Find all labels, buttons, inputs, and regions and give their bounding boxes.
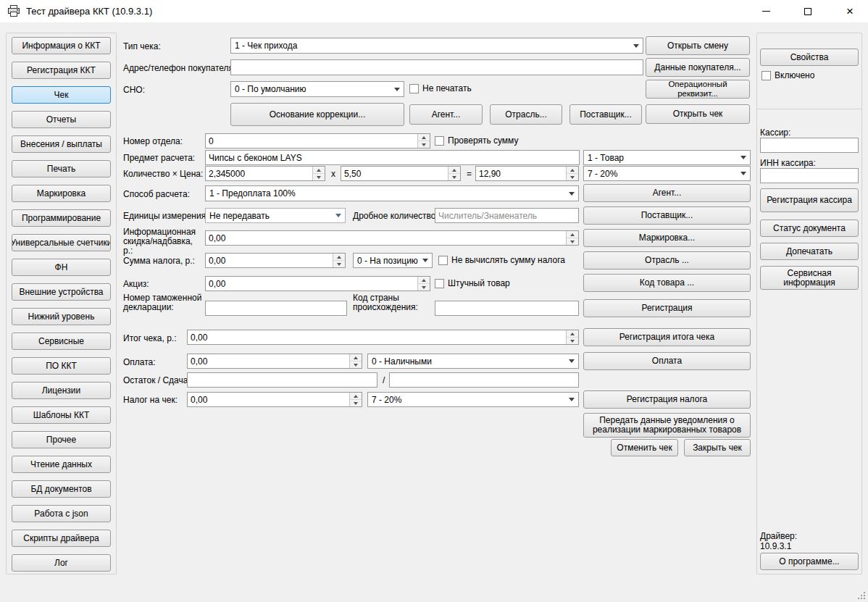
industry-top-button[interactable]: Отрасль... bbox=[490, 104, 562, 125]
no-tax-calc-checkbox[interactable]: Не вычислять сумму налога bbox=[438, 255, 565, 265]
up-down-arrows-icon[interactable] bbox=[566, 167, 578, 180]
price-spinner[interactable] bbox=[341, 166, 461, 181]
sno-select[interactable]: 0 - По умолчанию bbox=[230, 81, 404, 97]
sidebar-item-json[interactable]: Работа с json bbox=[12, 505, 111, 522]
resize-grip-icon[interactable] bbox=[856, 590, 866, 600]
fraction-input[interactable] bbox=[435, 208, 579, 223]
sidebar-item-receipt[interactable]: Чек bbox=[12, 86, 111, 104]
sidebar-item-kkt-info[interactable]: Информация о ККТ bbox=[12, 37, 111, 54]
subject-type-select[interactable]: 1 - Товар bbox=[583, 150, 751, 165]
quantity-spinner[interactable] bbox=[205, 166, 325, 181]
checkbox-box[interactable] bbox=[435, 279, 444, 288]
change-input[interactable] bbox=[389, 372, 579, 388]
industry-button[interactable]: Отрасль ... bbox=[583, 251, 751, 269]
minimize-button[interactable] bbox=[748, 0, 784, 22]
correction-basis-button[interactable]: Основание коррекции... bbox=[230, 103, 404, 126]
close-receipt-button[interactable]: Закрыть чек bbox=[684, 439, 751, 456]
sidebar-item-fn[interactable]: ФН bbox=[12, 259, 111, 276]
department-spinner[interactable] bbox=[205, 133, 430, 149]
up-down-arrows-icon[interactable] bbox=[566, 330, 578, 344]
sidebar-item-reports[interactable]: Отчеты bbox=[12, 111, 111, 128]
sidebar-item-external-devices[interactable]: Внешние устройства bbox=[12, 283, 111, 301]
quantity-input[interactable] bbox=[206, 167, 312, 180]
agent-top-button[interactable]: Агент... bbox=[409, 104, 483, 125]
agent-button[interactable]: Агент... bbox=[583, 184, 751, 202]
payment-input[interactable] bbox=[188, 354, 349, 368]
service-info-button[interactable]: Сервисная информация bbox=[760, 266, 859, 290]
sidebar-item-doc-db[interactable]: БД документов bbox=[12, 480, 111, 498]
supplier-button[interactable]: Поставщик... bbox=[583, 206, 751, 225]
sidebar-item-log[interactable]: Лог bbox=[12, 554, 111, 572]
supplier-top-button[interactable]: Поставщик... bbox=[569, 104, 642, 125]
position-sum-input[interactable] bbox=[476, 167, 566, 180]
cashier-inn-input[interactable] bbox=[760, 168, 859, 183]
up-down-arrows-icon[interactable] bbox=[448, 167, 460, 180]
checkbox-box[interactable] bbox=[438, 256, 448, 265]
sidebar-item-cash-in-out[interactable]: Внесения / выплаты bbox=[12, 135, 111, 153]
buyer-address-input[interactable] bbox=[230, 59, 643, 75]
properties-button[interactable]: Свойства bbox=[760, 49, 859, 66]
payment-method-select[interactable]: 1 - Предоплата 100% bbox=[205, 185, 579, 201]
total-input[interactable] bbox=[188, 330, 566, 344]
marked-goods-notify-button[interactable]: Передать данные уведомления о реализации… bbox=[583, 413, 751, 438]
excise-input[interactable] bbox=[206, 277, 417, 290]
about-button[interactable]: О программе... bbox=[760, 553, 859, 570]
up-down-arrows-icon[interactable] bbox=[417, 277, 430, 290]
payment-type-select[interactable]: 0 - Наличными bbox=[367, 354, 579, 369]
reprint-button[interactable]: Допечатать bbox=[760, 243, 859, 260]
sidebar-item-misc[interactable]: Прочее bbox=[12, 431, 111, 448]
open-receipt-button[interactable]: Открыть чек bbox=[646, 104, 750, 124]
customs-input[interactable] bbox=[205, 301, 347, 316]
open-shift-button[interactable]: Открыть смену bbox=[646, 36, 750, 55]
sidebar-item-marking[interactable]: Маркировка bbox=[12, 185, 111, 202]
department-input[interactable] bbox=[206, 134, 417, 148]
piece-goods-checkbox[interactable]: Штучный товар bbox=[435, 278, 510, 288]
total-registration-button[interactable]: Регистрация итога чека bbox=[583, 328, 751, 346]
receipt-tax-spinner[interactable] bbox=[187, 392, 362, 407]
up-down-arrows-icon[interactable] bbox=[566, 231, 578, 245]
payment-button[interactable]: Оплата bbox=[583, 352, 751, 370]
up-down-arrows-icon[interactable] bbox=[417, 134, 430, 148]
cashier-input[interactable] bbox=[760, 138, 859, 153]
check-sum-checkbox[interactable]: Проверять сумму bbox=[435, 135, 519, 146]
payment-spinner[interactable] bbox=[187, 354, 362, 369]
operational-attribute-button[interactable]: Операционный реквизит... bbox=[646, 80, 750, 99]
sidebar-item-kkt-templates[interactable]: Шаблоны ККТ bbox=[12, 406, 111, 424]
sidebar-item-print[interactable]: Печать bbox=[12, 160, 111, 177]
checkbox-box[interactable] bbox=[435, 136, 444, 146]
position-sum-spinner[interactable] bbox=[475, 166, 579, 181]
discount-spinner[interactable] bbox=[205, 230, 579, 246]
enabled-checkbox[interactable]: Включено bbox=[761, 70, 814, 80]
up-down-arrows-icon[interactable] bbox=[349, 354, 362, 368]
sidebar-item-low-level[interactable]: Нижний уровень bbox=[12, 308, 111, 325]
units-select[interactable]: Не передавать bbox=[205, 208, 346, 223]
receipt-tax-type-select[interactable]: 7 - 20% bbox=[367, 392, 579, 407]
sidebar-item-kkt-software[interactable]: ПО ККТ bbox=[12, 357, 111, 375]
product-code-button[interactable]: Код товара ... bbox=[583, 274, 751, 292]
close-button[interactable]: × bbox=[832, 0, 868, 22]
sidebar-item-licenses[interactable]: Лицензии bbox=[12, 382, 111, 399]
document-status-button[interactable]: Статус документа bbox=[760, 220, 859, 237]
sidebar-item-service[interactable]: Сервисные bbox=[12, 333, 111, 350]
tax-registration-button[interactable]: Регистрация налога bbox=[583, 390, 751, 409]
cancel-receipt-button[interactable]: Отменить чек bbox=[611, 439, 678, 456]
checkbox-box[interactable] bbox=[761, 71, 771, 80]
price-input[interactable] bbox=[341, 167, 448, 180]
excise-spinner[interactable] bbox=[205, 276, 430, 291]
cashier-registration-button[interactable]: Регистрация кассира bbox=[760, 188, 859, 212]
sidebar-item-driver-scripts[interactable]: Скрипты драйвера bbox=[12, 530, 111, 547]
subject-input[interactable] bbox=[205, 150, 580, 165]
up-down-arrows-icon[interactable] bbox=[312, 167, 325, 180]
up-down-arrows-icon[interactable] bbox=[349, 393, 362, 406]
total-spinner[interactable] bbox=[187, 330, 579, 345]
no-print-checkbox[interactable]: Не печатать bbox=[409, 83, 472, 93]
up-down-arrows-icon[interactable] bbox=[333, 254, 345, 267]
tax-mode-select[interactable]: 0 - На позицию bbox=[353, 253, 433, 268]
sidebar-item-programming[interactable]: Программирование bbox=[12, 209, 111, 227]
buyer-data-button[interactable]: Данные покупателя... bbox=[646, 58, 750, 77]
marking-button[interactable]: Маркировка... bbox=[583, 229, 751, 247]
titlebar[interactable]: Тест драйвера ККТ (10.9.3.1) × bbox=[0, 0, 868, 22]
sidebar-item-universal-counters[interactable]: Универсальные счетчики bbox=[12, 234, 111, 251]
checkbox-box[interactable] bbox=[409, 84, 419, 93]
maximize-button[interactable] bbox=[790, 0, 826, 22]
